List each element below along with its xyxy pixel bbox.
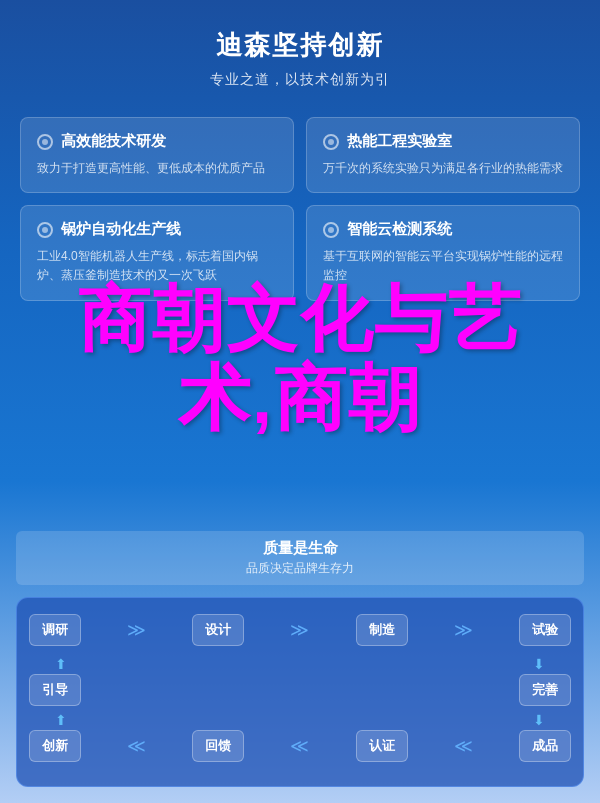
main-title: 迪森坚持创新	[20, 28, 580, 63]
card-3-title: 锅炉自动化生产线	[61, 220, 181, 239]
card-1-dot	[37, 134, 53, 150]
sub-title: 专业之道，以技术创新为引	[20, 71, 580, 89]
step-design: 设计	[192, 614, 244, 646]
cards-grid: 高效能技术研发 致力于打造更高性能、更低成本的优质产品 热能工程实验室 万千次的…	[0, 105, 600, 313]
card-4-title: 智能云检测系统	[347, 220, 452, 239]
quality-sub: 品质决定品牌生存力	[32, 560, 568, 577]
arrow-down-right: ⬇	[533, 656, 545, 672]
arrow-l1: ≪	[81, 735, 192, 757]
arrow-r3: ≫	[408, 619, 519, 641]
card-2-desc: 万千次的系统实验只为满足各行业的热能需求	[323, 159, 563, 178]
card-3-header: 锅炉自动化生产线	[37, 220, 277, 239]
step-innovate: 创新	[29, 730, 81, 762]
arrow-r1: ≫	[81, 619, 192, 641]
step-certify: 认证	[356, 730, 408, 762]
arrow-up-left: ⬆	[55, 656, 67, 672]
card-1-header: 高效能技术研发	[37, 132, 277, 151]
card-3-dot	[37, 222, 53, 238]
arrow-l3: ≪	[408, 735, 519, 757]
card-4-dot	[323, 222, 339, 238]
process-row-1: 调研 ≫ 设计 ≫ 制造 ≫ 试验	[29, 614, 571, 646]
step-survey: 调研	[29, 614, 81, 646]
card-1-desc: 致力于打造更高性能、更低成本的优质产品	[37, 159, 277, 178]
process-section: 质量是生命 品质决定品牌生存力 调研 ≫ 设计 ≫ 制造 ≫ 试验 ⬆ ⬇ 引导…	[0, 531, 600, 803]
step-test: 试验	[519, 614, 571, 646]
card-3: 锅炉自动化生产线 工业4.0智能机器人生产线，标志着国内锅炉、蒸压釜制造技术的又…	[20, 205, 294, 300]
overlay-line2: 术,商朝	[0, 359, 600, 438]
card-2-header: 热能工程实验室	[323, 132, 563, 151]
card-2: 热能工程实验室 万千次的系统实验只为满足各行业的热能需求	[306, 117, 580, 193]
card-1-title: 高效能技术研发	[61, 132, 166, 151]
arrow-r2: ≫	[244, 619, 355, 641]
process-box: 调研 ≫ 设计 ≫ 制造 ≫ 试验 ⬆ ⬇ 引导 完善 ⬆ ⬇ 创新 ≪ 回馈	[16, 597, 584, 787]
card-4-desc: 基于互联网的智能云平台实现锅炉性能的远程监控	[323, 247, 563, 285]
arrow-up-left-2: ⬆	[55, 712, 67, 728]
step-manufacture: 制造	[356, 614, 408, 646]
process-row-3: 创新 ≪ 回馈 ≪ 认证 ≪ 成品	[29, 730, 571, 762]
header-section: 迪森坚持创新 专业之道，以技术创新为引	[0, 0, 600, 105]
card-1: 高效能技术研发 致力于打造更高性能、更低成本的优质产品	[20, 117, 294, 193]
card-2-dot	[323, 134, 339, 150]
quality-title: 质量是生命	[32, 539, 568, 558]
step-feedback: 回馈	[192, 730, 244, 762]
card-3-desc: 工业4.0智能机器人生产线，标志着国内锅炉、蒸压釜制造技术的又一次飞跃	[37, 247, 277, 285]
arrow-down-right-2: ⬇	[533, 712, 545, 728]
quality-banner: 质量是生命 品质决定品牌生存力	[16, 531, 584, 585]
connector-row-1: ⬆ ⬇	[29, 654, 571, 674]
step-guide: 引导	[29, 674, 81, 706]
process-row-2: 引导 完善	[29, 674, 571, 706]
step-improve: 完善	[519, 674, 571, 706]
card-4: 智能云检测系统 基于互联网的智能云平台实现锅炉性能的远程监控	[306, 205, 580, 300]
card-4-header: 智能云检测系统	[323, 220, 563, 239]
connector-row-2: ⬆ ⬇	[29, 710, 571, 730]
card-2-title: 热能工程实验室	[347, 132, 452, 151]
step-product: 成品	[519, 730, 571, 762]
arrow-l2: ≪	[244, 735, 355, 757]
